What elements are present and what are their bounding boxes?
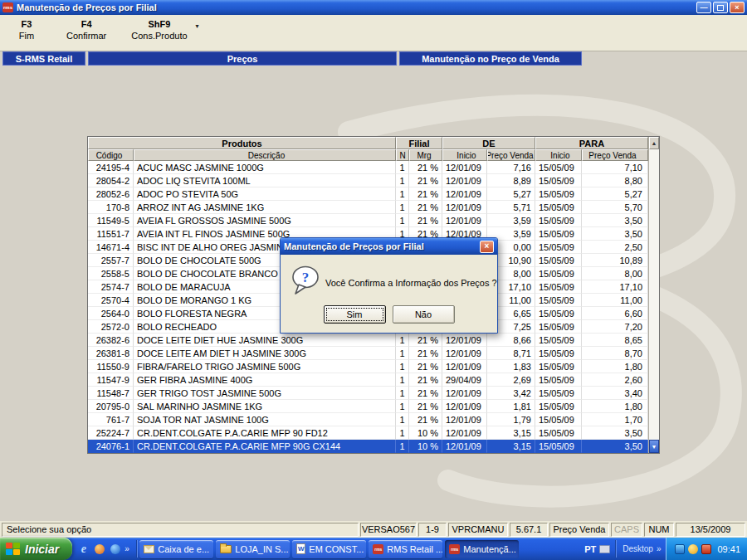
taskbar: Iniciar e » Caixa de e... LOJA_IN S... W…: [0, 538, 747, 560]
dropdown-arrow-icon[interactable]: ▾: [196, 22, 199, 30]
task-button-document[interactable]: W EM CONST...: [292, 540, 366, 558]
cell-para_inicio: 15/05/09: [535, 373, 582, 387]
cell-descricao: DOCE LEITE DIET HUE JASMINE 300G: [134, 334, 396, 347]
cell-para_preco: 7,10: [582, 161, 648, 174]
cell-codigo: 2574-7: [88, 280, 134, 294]
table-row[interactable]: 20795-0SAL MARINHO JASMINE 1KG121 %12/01…: [88, 400, 648, 413]
toolbar-key: ShF9: [148, 19, 170, 29]
dialog-close-button[interactable]: ×: [480, 241, 494, 253]
scrollbar-track[interactable]: [649, 149, 659, 440]
table-row[interactable]: 11550-9FIBRA/FARELO TRIGO JASMINE 500G12…: [88, 360, 648, 373]
dialog-message: Você Confirma a Informação dos Preços ?: [325, 278, 497, 288]
group-header-para: PARA: [535, 137, 648, 149]
table-row[interactable]: 24076-1CR.DENT.COLGATE P.A.CARIE MFP 90G…: [88, 440, 648, 453]
cell-de_inicio: 12/01/09: [442, 174, 487, 187]
table-row[interactable]: 28054-2ADOC LIQ STEVITA 100ML121 %12/01/…: [88, 174, 648, 187]
cell-para_preco: 3,50: [582, 440, 648, 453]
status-program: VPRCMANU: [448, 523, 508, 537]
cell-codigo: 761-7: [88, 413, 134, 426]
cell-de_inicio: 12/01/09: [442, 360, 487, 373]
minimize-button[interactable]: —: [696, 2, 711, 13]
cell-para_inicio: 15/05/09: [535, 241, 582, 254]
table-row[interactable]: 170-8ARROZ INT AG JASMINE 1KG121 %12/01/…: [88, 201, 648, 214]
table-row[interactable]: 24195-4ACUC MASC JASMINE 1000G121 %12/01…: [88, 161, 648, 174]
toolbar-item-fim[interactable]: F3 Fim: [12, 19, 42, 41]
desktop-toolbar[interactable]: Desktop »: [618, 544, 666, 553]
column-header-para-preco-venda: Preço Venda: [582, 149, 648, 161]
task-label: Caixa de e...: [158, 544, 209, 554]
toolbar-key: F3: [22, 19, 32, 29]
cell-descricao: CR.DENT.COLGATE P.A.CARIE MFP 90 FD12: [134, 426, 396, 440]
cell-mrg: 21 %: [409, 400, 442, 413]
toolbar-item-cons-produto[interactable]: ShF9 Cons.Produto ▾: [131, 19, 187, 41]
start-label: Iniciar: [25, 543, 59, 556]
task-button-mail[interactable]: Caixa de e...: [139, 540, 213, 558]
table-row[interactable]: 26382-6DOCE LEITE DIET HUE JASMINE 300G1…: [88, 334, 648, 347]
close-button[interactable]: ×: [730, 2, 745, 13]
cell-de_preco: 2,69: [487, 373, 535, 387]
quicklaunch-icon-2[interactable]: [93, 543, 105, 555]
table-row[interactable]: 11549-5AVEIA FL GROSSOS JASMINE 500G121 …: [88, 214, 648, 227]
cell-para_preco: 5,70: [582, 201, 648, 214]
cell-para_inicio: 15/05/09: [535, 280, 582, 294]
confirmation-dialog: Manutenção de Preços por Filial × ? Você…: [280, 237, 498, 334]
table-row[interactable]: 28052-6ADOC PO STEVITA 50G121 %12/01/095…: [88, 187, 648, 201]
scroll-up-button[interactable]: ▲: [649, 137, 659, 149]
status-range: 1-9: [418, 523, 447, 537]
cell-mrg: 21 %: [409, 214, 442, 227]
cell-codigo: 2564-0: [88, 307, 134, 320]
cell-mrg: 21 %: [409, 161, 442, 174]
maximize-button[interactable]: [713, 2, 728, 13]
cell-para_inicio: 15/05/09: [535, 254, 582, 267]
cell-mrg: 21 %: [409, 334, 442, 347]
scroll-down-button[interactable]: ▼: [649, 440, 659, 453]
cell-para_inicio: 15/05/09: [535, 214, 582, 227]
task-button-manutencao[interactable]: rms Manutençã...: [445, 540, 519, 558]
cell-mrg: 21 %: [409, 201, 442, 214]
cell-codigo: 26382-6: [88, 334, 134, 347]
cell-codigo: 25224-7: [88, 426, 134, 440]
cell-n: 1: [396, 187, 409, 201]
band-module-name: Preços: [88, 51, 397, 66]
cell-de_inicio: 12/01/09: [442, 201, 487, 214]
titlebar: rms Manutenção de Preços por Filial — ×: [0, 0, 747, 15]
cell-para_inicio: 15/05/09: [535, 201, 582, 214]
tray-icon[interactable]: [688, 544, 698, 554]
cell-codigo: 24195-4: [88, 161, 134, 174]
table-row[interactable]: 25224-7CR.DENT.COLGATE P.A.CARIE MFP 90 …: [88, 426, 648, 440]
cell-n: 1: [396, 400, 409, 413]
cell-para_preco: 7,20: [582, 320, 648, 334]
table-row[interactable]: 11548-7GER TRIGO TOST JASMINE 500G121 %1…: [88, 387, 648, 400]
start-button[interactable]: Iniciar: [0, 538, 72, 560]
group-header-filial: Filial: [396, 137, 442, 149]
tray-icon[interactable]: [701, 544, 711, 554]
ie-icon[interactable]: e: [77, 543, 90, 555]
quicklaunch-icon-3[interactable]: [109, 543, 121, 555]
sim-button[interactable]: Sim: [324, 305, 386, 324]
task-button-folder[interactable]: LOJA_IN S...: [216, 540, 290, 558]
dialog-body: ? Você Confirma a Informação dos Preços …: [281, 255, 497, 333]
cell-para_preco: 3,50: [582, 426, 648, 440]
cell-mrg: 21 %: [409, 347, 442, 360]
cell-para_inicio: 15/05/09: [535, 413, 582, 426]
cell-codigo: 2557-7: [88, 254, 134, 267]
header-band: S-RMS Retail Preços Manutenção no Preço …: [0, 51, 747, 66]
rms-icon: rms: [373, 544, 383, 554]
toolbar-item-confirmar[interactable]: F4 Confirmar: [66, 19, 106, 41]
band-app-name: S-RMS Retail: [2, 51, 85, 66]
cell-n: 1: [396, 440, 409, 453]
cell-n: 1: [396, 161, 409, 174]
close-icon: ×: [485, 242, 490, 251]
cell-para_preco: 11,00: [582, 294, 648, 307]
column-header-para-inicio: Inicio: [535, 149, 582, 161]
cell-mrg: 21 %: [409, 360, 442, 373]
nao-button[interactable]: Não: [393, 305, 455, 324]
table-row[interactable]: 11547-9GER FIBRA JASMINE 400G121 %29/04/…: [88, 373, 648, 387]
task-button-rms-retail[interactable]: rms RMS Retail ...: [369, 540, 442, 558]
quicklaunch-overflow-chevron[interactable]: »: [124, 544, 129, 553]
cell-para_preco: 2,60: [582, 373, 648, 387]
language-indicator[interactable]: PT: [581, 544, 599, 554]
table-row[interactable]: 26381-8DOCE LEITE AM DIET H JASMINE 300G…: [88, 347, 648, 360]
table-row[interactable]: 761-7SOJA TOR NAT JASMINE 100G121 %12/01…: [88, 413, 648, 426]
tray-icon[interactable]: [675, 544, 685, 554]
